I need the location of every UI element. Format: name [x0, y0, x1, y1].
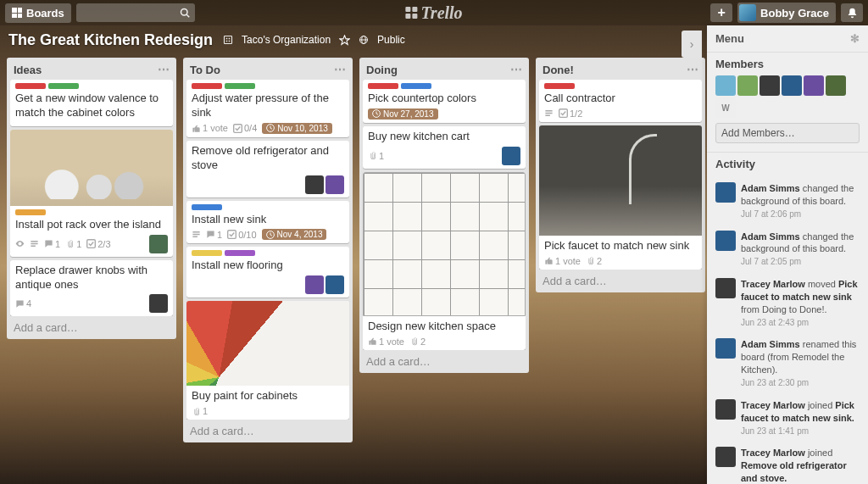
bell-icon — [847, 8, 858, 19]
member-avatar[interactable] — [715, 447, 736, 467]
card-badges: 1 vote2 — [544, 256, 697, 266]
add-members-button[interactable]: Add Members… — [715, 123, 860, 143]
member-avatar[interactable] — [826, 75, 846, 96]
label-green — [48, 83, 79, 89]
svg-rect-4 — [229, 38, 231, 40]
member-avatar[interactable]: W — [715, 97, 736, 118]
member-avatar[interactable] — [305, 175, 324, 194]
org-icon — [223, 35, 233, 45]
card[interactable]: Remove old refrigerator and stove — [186, 141, 349, 197]
member-avatar[interactable] — [305, 275, 324, 294]
visibility-label[interactable]: Public — [377, 34, 405, 46]
members-section: Members W Add Members… — [707, 53, 868, 153]
card[interactable]: Pick faucet to match new sink1 vote2 — [539, 125, 702, 270]
member-avatar[interactable] — [715, 338, 736, 359]
add-card-link[interactable]: Add a card… — [536, 270, 705, 292]
svg-rect-3 — [226, 38, 228, 40]
org-name[interactable]: Taco's Organization — [242, 34, 331, 46]
card-title: Replace drawer knobs with antique ones — [15, 264, 168, 292]
comments-badge: 1 — [44, 239, 60, 249]
card-title: Adjust water pressure of the sink — [192, 92, 344, 120]
member-avatar[interactable] — [715, 278, 736, 298]
user-menu[interactable]: Bobby Grace — [737, 3, 836, 23]
boards-button[interactable]: Boards — [5, 3, 71, 23]
member-avatar[interactable] — [715, 231, 736, 251]
list-cards: Get a new window valence to match the ca… — [7, 80, 176, 316]
member-avatar[interactable] — [149, 294, 168, 313]
trello-logo[interactable]: Trello — [405, 3, 462, 23]
due-badge: Nov 10, 2013 — [262, 123, 332, 134]
svg-marker-7 — [340, 35, 349, 44]
list-menu-icon[interactable]: ⋯ — [510, 63, 522, 76]
svg-rect-2 — [225, 36, 232, 44]
card[interactable]: Buy new kitchen cart1 — [363, 126, 526, 169]
add-card-link[interactable]: Add a card… — [183, 420, 353, 442]
global-header: Boards Trello + Bobby Grace — [0, 0, 868, 25]
member-avatar[interactable] — [804, 75, 824, 96]
member-avatar[interactable] — [326, 175, 344, 194]
board-title[interactable]: The Great Kitchen Redesign — [8, 31, 213, 49]
show-menu-tab[interactable]: › — [682, 31, 702, 58]
description-badge — [544, 108, 554, 118]
member-avatar[interactable] — [715, 75, 736, 96]
member-avatar[interactable] — [149, 235, 168, 253]
list-title[interactable]: To Do — [190, 64, 220, 76]
card-labels — [192, 83, 344, 89]
card[interactable]: Install new sink10/10Nov 4, 2013 — [186, 201, 349, 244]
card[interactable]: Design new kitchen space1 vote2 — [363, 172, 526, 350]
card[interactable]: Buy paint for cabinets1 — [186, 301, 349, 420]
add-card-link[interactable]: Add a card… — [7, 316, 176, 339]
member-avatar[interactable] — [782, 75, 802, 96]
attachments-badge: 2 — [409, 337, 426, 347]
list-title[interactable]: Ideas — [14, 64, 42, 76]
card[interactable]: Install new flooring — [186, 247, 349, 298]
label-red — [192, 83, 222, 89]
card-labels — [192, 250, 344, 256]
gear-icon[interactable]: ✻ — [850, 32, 860, 45]
list-header: Doing ⋯ — [359, 58, 529, 80]
card-title: Get a new window valence to match the ca… — [15, 92, 168, 120]
member-avatar[interactable] — [326, 275, 344, 294]
add-card-link[interactable]: Add a card… — [359, 350, 529, 373]
list-header: To Do ⋯ — [183, 58, 353, 80]
activity-list[interactable]: Adam Simms changed the background of thi… — [707, 177, 868, 484]
card[interactable]: Install pot rack over the island112/3 — [10, 130, 173, 257]
list-menu-icon[interactable]: ⋯ — [687, 63, 698, 76]
list-menu-icon[interactable]: ⋯ — [334, 63, 346, 76]
list-menu-icon[interactable]: ⋯ — [158, 63, 170, 76]
card-badges: 10/10Nov 4, 2013 — [192, 229, 344, 240]
card[interactable]: Pick countertop colorsNov 27, 2013 — [363, 80, 526, 123]
votes-badge: 1 vote — [544, 256, 581, 266]
due-badge: Nov 4, 2013 — [262, 229, 327, 240]
card-title: Buy new kitchen cart — [368, 130, 520, 144]
votes-badge: 1 vote — [192, 123, 228, 133]
member-avatar[interactable] — [715, 182, 736, 203]
activity-time: Jun 23 at 2:43 pm — [741, 318, 809, 327]
card[interactable]: Get a new window valence to match the ca… — [10, 80, 173, 126]
members-heading: Members — [715, 58, 860, 70]
card[interactable]: Call contractor1/2 — [539, 80, 702, 122]
search-input[interactable] — [76, 3, 195, 22]
notifications-button[interactable] — [841, 3, 863, 22]
card-badges: Nov 27, 2013 — [368, 108, 520, 120]
member-avatar[interactable] — [502, 147, 520, 165]
list-title[interactable]: Doing — [366, 64, 398, 76]
activity-item: Tracey Marlow joined Remove old refriger… — [707, 442, 868, 484]
star-icon[interactable] — [339, 35, 350, 46]
activity-text: Tracey Marlow moved Pick faucet to match… — [741, 278, 860, 328]
svg-rect-5 — [226, 41, 228, 42]
label-orange — [15, 209, 46, 215]
card[interactable]: Adjust water pressure of the sink1 vote0… — [186, 80, 349, 137]
member-avatar[interactable] — [715, 399, 736, 420]
list: Done! ⋯ Call contractor1/2Pick faucet to… — [536, 58, 705, 292]
card-title: Pick countertop colors — [368, 92, 520, 106]
create-button[interactable]: + — [710, 3, 732, 22]
list-title[interactable]: Done! — [542, 64, 574, 76]
activity-time: Jul 7 at 2:05 pm — [741, 257, 801, 266]
card-labels — [544, 83, 697, 89]
member-avatar[interactable] — [737, 75, 758, 96]
member-avatar[interactable] — [760, 75, 780, 96]
card[interactable]: Replace drawer knobs with antique ones4 — [10, 260, 173, 317]
board-menu-panel: Menu ✻ Members W Add Members… Activity A… — [707, 25, 868, 484]
card-labels — [192, 204, 344, 210]
